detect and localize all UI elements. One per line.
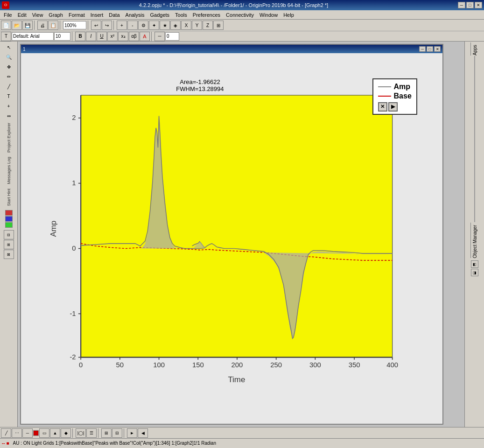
toolbar-sep-3 [88,21,90,30]
save-button[interactable]: 💾 [22,21,33,30]
content-area: 1 ─ □ ✕ Area=-1.96622 FWHM=13.28994 [18,42,464,427]
redo-button[interactable]: ↪ [102,21,112,30]
bottom-tool-11[interactable]: ⊟ [112,428,122,438]
graph-restore-button[interactable]: □ [427,46,433,52]
undo-button[interactable]: ↩ [91,21,101,30]
line-style-button[interactable]: ─ [154,32,165,41]
start-hint-label: Start Hint [7,189,11,206]
y-label-neg2: -2 [70,353,76,361]
x-axis-title: Time [228,375,246,384]
open-button[interactable]: 📂 [12,21,22,30]
tb-extra-8[interactable]: Y [192,21,202,30]
menu-view[interactable]: View [29,12,46,18]
bottom-tool-3[interactable]: ─ [22,428,33,438]
close-button[interactable]: ✕ [475,2,482,8]
subscript-button[interactable]: x₂ [118,32,128,41]
bold-button[interactable]: B [75,32,85,41]
copy-button[interactable]: 📋 [48,21,58,30]
menu-insert[interactable]: Insert [88,12,106,18]
menu-tools[interactable]: Tools [172,12,190,18]
minimize-button[interactable]: ─ [458,2,465,8]
tb-extra-10[interactable]: ⊞ [213,21,224,30]
menu-data[interactable]: Data [106,12,122,18]
bottom-tool-10[interactable]: ⊞ [101,428,112,438]
font-icon: T [1,32,11,41]
line-width-input[interactable] [165,32,179,41]
font-color-button[interactable]: A [140,32,150,41]
toolbar-row-1: 📄 📂 💾 🖨 📋 ↩ ↪ + - ⚙ ✦ ★ ◈ X Y Z ⊞ [0,20,484,31]
graph-tool-3[interactable]: ⊠ [4,250,14,259]
font-name-input[interactable] [12,32,54,41]
status-indicator: -- ■ [2,441,9,446]
graph-minimize-button[interactable]: ─ [419,46,426,52]
tb-extra-1[interactable]: + [117,21,127,30]
alpha-button[interactable]: αβ [129,32,139,41]
bottom-tool-7[interactable]: ◆ [61,428,71,438]
project-explorer-label: Project Explorer [7,123,11,153]
x-label-100: 100 [153,361,165,368]
bottom-tool-6[interactable]: ▲ [50,428,60,438]
tool-draw[interactable]: ✏ [2,72,15,81]
graph-close-button[interactable]: ✕ [434,46,441,52]
tool-zoom-in[interactable]: 🔍 [2,52,15,62]
color-swatch-1[interactable] [5,210,13,216]
bottom-tool-13[interactable]: ◀ [138,428,148,438]
font-size-input[interactable] [54,32,70,41]
superscript-button[interactable]: x² [107,32,118,41]
legend-controls: ✕ ▶ [378,102,412,112]
right-tool-2[interactable]: ◨ [471,269,478,276]
menu-connectivity[interactable]: Connectivity [223,12,257,18]
bottom-tool-5[interactable]: ▭ [39,428,49,438]
underline-button[interactable]: U [97,32,107,41]
menu-gadgets[interactable]: Gadgets [147,12,173,18]
print-button[interactable]: 🖨 [37,21,48,30]
bottom-tool-9[interactable]: ☰ [86,428,97,438]
right-tool-1[interactable]: ◧ [471,260,478,268]
tb-extra-7[interactable]: X [181,21,191,30]
menu-graph[interactable]: Graph [46,12,66,18]
menu-help[interactable]: Help [281,12,297,18]
tb-extra-3[interactable]: ⚙ [138,21,148,30]
legend-item-amp: Amp [378,83,412,91]
tool-move[interactable]: ✥ [2,62,15,71]
tool-text[interactable]: T [2,91,15,101]
maximize-button[interactable]: □ [466,2,474,8]
menu-window[interactable]: Window [257,12,281,18]
menu-edit[interactable]: Edit [15,12,29,18]
zoom-input[interactable] [63,21,86,29]
tool-scale[interactable]: ⇔ [2,111,15,120]
plot-container: Area=-1.96622 FWHM=13.28994 Amp Base [21,53,442,424]
menu-format[interactable]: Format [66,12,88,18]
bottom-sep-1 [72,428,74,438]
bottom-tool-12[interactable]: ► [127,428,137,438]
tb-extra-4[interactable]: ✦ [149,21,159,30]
bottom-tool-2[interactable]: ⋯ [12,428,22,438]
color-swatch-2[interactable] [5,216,13,222]
new-button[interactable]: 📄 [1,21,11,30]
tb-extra-5[interactable]: ★ [160,21,170,30]
graph-window: 1 ─ □ ✕ Area=-1.96622 FWHM=13.28994 [20,44,443,425]
tb-extra-6[interactable]: ◈ [170,21,181,30]
bottom-tool-8[interactable]: |◯| [76,428,86,438]
tool-line[interactable]: ╱ [2,82,15,91]
obj-label: Object Manager [472,225,477,258]
graph-tool-1[interactable]: ⊟ [4,230,14,239]
menu-analysis[interactable]: Analysis [123,12,147,18]
legend-close-button[interactable]: ✕ [378,102,387,112]
color-swatch-3[interactable] [5,222,13,228]
tb-extra-9[interactable]: Z [203,21,213,30]
italic-button[interactable]: I [86,32,96,41]
tb-extra-2[interactable]: - [127,21,138,30]
right-sidebar: Apps Object Manager ◧ ◨ [464,42,484,427]
y-axis-title: Amp [49,220,58,237]
plot-background [81,95,392,357]
menu-preferences[interactable]: Preferences [190,12,223,18]
bottom-tool-1[interactable]: ╱ [1,428,11,438]
bottom-tool-4[interactable] [33,430,39,436]
tool-pointer[interactable]: ↖ [2,42,15,52]
menu-file[interactable]: File [1,12,15,18]
tool-crosshair[interactable]: + [2,101,15,111]
legend-play-button[interactable]: ▶ [388,102,398,112]
menu-bar: File Edit View Graph Format Insert Data … [0,10,484,20]
graph-tool-2[interactable]: ⊞ [4,240,14,249]
